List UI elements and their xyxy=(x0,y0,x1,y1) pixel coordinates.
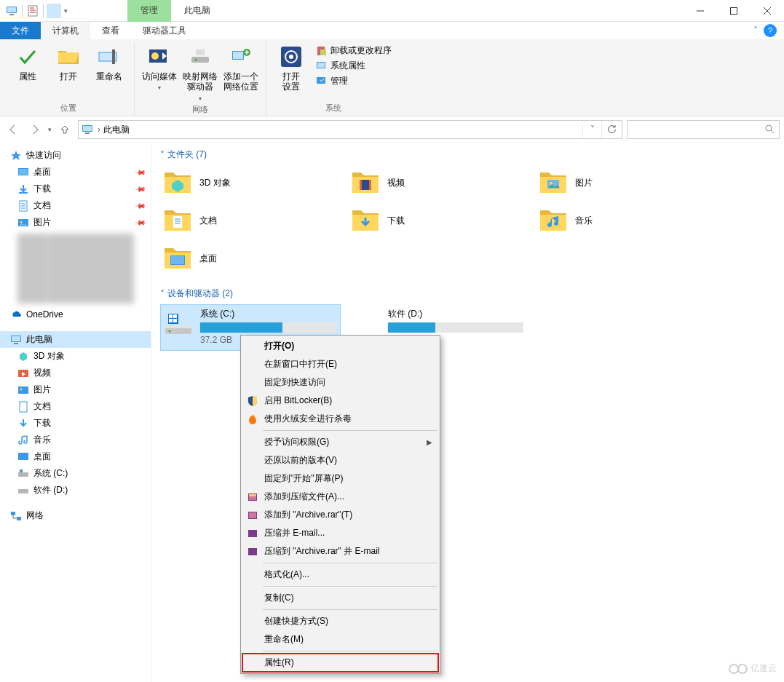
winrar-icon xyxy=(247,546,258,558)
svg-rect-44 xyxy=(18,489,28,493)
section-drives-header[interactable]: ˅ 设备和驱动器 (2) xyxy=(160,288,775,300)
minimize-button[interactable] xyxy=(684,0,717,22)
ribbon-media-button[interactable]: 访问媒体 ▾ xyxy=(140,42,178,102)
breadcrumb-segment[interactable]: 此电脑 xyxy=(100,124,132,136)
sidebar-3d-objects[interactable]: 3D 对象 xyxy=(0,348,151,365)
menu-compress-rar-email[interactable]: 压缩到 "Archive.rar" 并 E-mail xyxy=(242,542,438,560)
ribbon-properties-button[interactable]: 属性 xyxy=(9,42,47,100)
sidebar-this-pc[interactable]: 此电脑 xyxy=(0,331,151,348)
menu-copy[interactable]: 复制(C) xyxy=(242,589,438,607)
menu-separator xyxy=(263,609,437,610)
recent-locations-dropdown[interactable]: ▾ xyxy=(48,126,52,133)
menu-open[interactable]: 打开(O) xyxy=(242,337,438,355)
ribbon-add-location-button[interactable]: 添加一个 网络位置 xyxy=(222,42,260,102)
menu-add-to-archive[interactable]: 添加到压缩文件(A)... xyxy=(242,488,438,506)
svg-rect-7 xyxy=(112,49,115,64)
ribbon-tab-drive-tools[interactable]: 驱动器工具 xyxy=(131,22,198,39)
folder-documents[interactable]: 文档 xyxy=(160,203,342,238)
folder-desktop[interactable]: 桌面 xyxy=(160,241,342,276)
ribbon-group-label: 系统 xyxy=(325,100,341,116)
svg-rect-65 xyxy=(249,494,256,496)
sidebar-quick-access[interactable]: 快速访问 xyxy=(0,147,151,164)
menu-separator xyxy=(263,430,437,431)
sidebar-pictures[interactable]: 图片 xyxy=(0,381,151,398)
close-button[interactable] xyxy=(751,0,784,22)
ribbon-open-settings-button[interactable]: 打开 设置 xyxy=(272,42,310,100)
sidebar-drive-c[interactable]: 系统 (C:) xyxy=(0,465,151,482)
chevron-down-icon[interactable]: ▾ xyxy=(63,7,69,15)
ribbon-rename-button[interactable]: 重命名 xyxy=(90,42,128,100)
ribbon-open-button[interactable]: 打开 xyxy=(50,42,87,100)
sidebar-videos[interactable]: 视频 xyxy=(0,365,151,381)
ribbon-manage-button[interactable]: 管理 xyxy=(313,74,395,88)
menu-huorong-scan[interactable]: 使用火绒安全进行杀毒 xyxy=(242,410,438,428)
menu-pin-to-start[interactable]: 固定到"开始"屏幕(P) xyxy=(242,469,438,488)
ribbon-tab-computer[interactable]: 计算机 xyxy=(41,22,90,39)
svg-rect-48 xyxy=(360,180,362,190)
svg-rect-41 xyxy=(18,453,28,460)
shield-icon xyxy=(247,395,258,407)
qat-dropdown-icon[interactable] xyxy=(47,4,61,18)
folder-3d-objects[interactable]: 3D 对象 xyxy=(160,165,342,200)
sidebar-desktop[interactable]: 桌面📌 xyxy=(0,164,151,181)
chevron-down-icon: ▾ xyxy=(158,84,161,92)
menu-restore-previous[interactable]: 还原以前的版本(V) xyxy=(242,451,438,469)
refresh-button[interactable] xyxy=(601,121,620,138)
help-icon[interactable]: ? xyxy=(764,24,777,37)
sidebar-pictures[interactable]: 图片📌 xyxy=(0,214,151,231)
svg-rect-30 xyxy=(19,192,28,194)
menu-pin-quick-access[interactable]: 固定到快速访问 xyxy=(242,373,438,392)
svg-rect-54 xyxy=(171,256,184,264)
menu-open-new-window[interactable]: 在新窗口中打开(E) xyxy=(242,355,438,373)
title-tab-manage[interactable]: 管理 xyxy=(127,0,171,22)
menu-properties[interactable]: 属性(R) xyxy=(242,654,438,672)
maximize-button[interactable] xyxy=(717,0,751,22)
sidebar-downloads[interactable]: 下载 xyxy=(0,415,151,432)
svg-rect-29 xyxy=(19,169,28,175)
address-bar[interactable]: › 此电脑 ˅ xyxy=(78,120,622,139)
sidebar-music[interactable]: 音乐 xyxy=(0,432,151,448)
ribbon-collapse-icon[interactable]: ˄ xyxy=(753,25,758,36)
section-folders-header[interactable]: ˅ 文件夹 (7) xyxy=(160,148,775,161)
svg-rect-60 xyxy=(173,314,177,318)
menu-create-shortcut[interactable]: 创建快捷方式(S) xyxy=(242,612,438,630)
search-input[interactable] xyxy=(627,120,780,139)
addressbar-dropdown[interactable]: ˅ xyxy=(582,121,601,138)
add-network-icon xyxy=(229,45,253,68)
ribbon-tab-file[interactable]: 文件 xyxy=(0,22,41,39)
back-button[interactable] xyxy=(4,121,22,138)
up-button[interactable] xyxy=(56,121,74,138)
menu-bitlocker[interactable]: 启用 BitLocker(B) xyxy=(242,392,438,410)
sidebar-network[interactable]: 网络 xyxy=(0,507,151,524)
ribbon-map-drive-button[interactable]: 映射网络 驱动器 ▾ xyxy=(181,42,219,102)
svg-point-33 xyxy=(20,221,23,223)
menu-rename[interactable]: 重命名(M) xyxy=(242,630,438,649)
folder-music[interactable]: 音乐 xyxy=(536,203,718,238)
ribbon-group-location: 属性 打开 重命名 位置 xyxy=(3,42,135,116)
window-controls xyxy=(684,0,784,22)
svg-rect-14 xyxy=(233,52,243,59)
ribbon-tab-view[interactable]: 查看 xyxy=(90,22,131,39)
folder-downloads[interactable]: 下载 xyxy=(348,203,530,238)
svg-point-11 xyxy=(195,59,197,61)
ribbon-uninstall-button[interactable]: 卸载或更改程序 xyxy=(313,44,395,58)
sidebar-drive-d[interactable]: 软件 (D:) xyxy=(0,482,151,499)
menu-grant-access[interactable]: 授予访问权限(G)▶ xyxy=(242,433,438,451)
sidebar-documents[interactable]: 文档📌 xyxy=(0,197,151,214)
folders-grid: 3D 对象 视频 图片 文档 下载 音乐 xyxy=(160,165,775,276)
folder-icon xyxy=(163,244,192,273)
blurred-personal-folders xyxy=(17,234,134,304)
folder-pictures[interactable]: 图片 xyxy=(536,165,718,200)
menu-add-to-rar[interactable]: 添加到 "Archive.rar"(T) xyxy=(242,506,438,524)
ribbon-sysprops-button[interactable]: 系统属性 xyxy=(313,59,395,73)
properties-icon[interactable] xyxy=(25,4,40,18)
sidebar-downloads[interactable]: 下载📌 xyxy=(0,181,151,197)
folder-videos[interactable]: 视频 xyxy=(348,165,530,200)
sidebar-onedrive[interactable]: OneDrive xyxy=(0,306,151,322)
sidebar-documents[interactable]: 文档 xyxy=(0,398,151,415)
menu-compress-email[interactable]: 压缩并 E-mail... xyxy=(242,524,438,542)
menu-format[interactable]: 格式化(A)... xyxy=(242,566,438,584)
svg-point-9 xyxy=(151,52,159,60)
sidebar-desktop[interactable]: 桌面 xyxy=(0,448,151,465)
forward-button[interactable] xyxy=(26,121,44,138)
